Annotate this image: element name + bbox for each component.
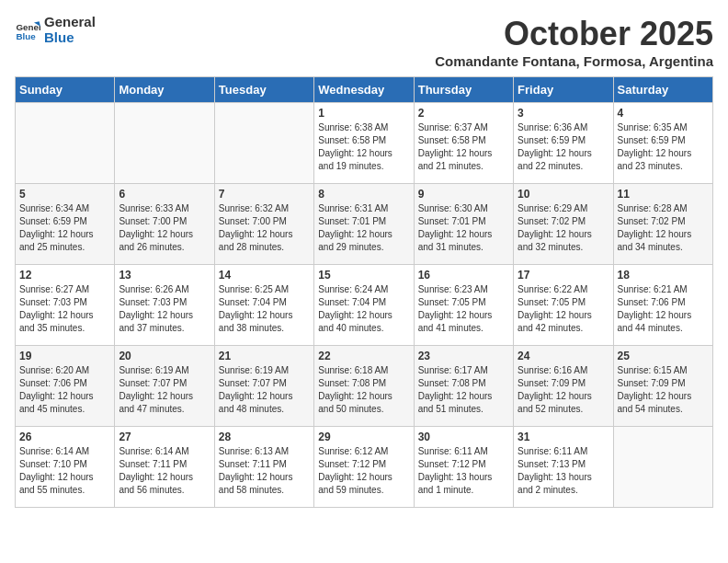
day-number: 26 [19,431,110,443]
logo: General Blue General Blue [15,15,96,45]
day-number: 5 [19,188,110,201]
day-number: 21 [219,350,310,362]
day-info: Sunrise: 6:11 AM Sunset: 7:12 PM Dayligh… [418,445,509,497]
calendar-cell: 1Sunrise: 6:38 AM Sunset: 6:58 PM Daylig… [314,103,414,184]
day-info: Sunrise: 6:21 AM Sunset: 7:06 PM Dayligh… [618,283,709,335]
day-info: Sunrise: 6:30 AM Sunset: 7:01 PM Dayligh… [418,202,509,254]
calendar-cell: 30Sunrise: 6:11 AM Sunset: 7:12 PM Dayli… [414,427,513,508]
day-number: 18 [618,269,709,282]
calendar-cell: 17Sunrise: 6:22 AM Sunset: 7:05 PM Dayli… [514,265,613,346]
calendar-week-1: 1Sunrise: 6:38 AM Sunset: 6:58 PM Daylig… [16,103,713,184]
day-info: Sunrise: 6:28 AM Sunset: 7:02 PM Dayligh… [618,202,709,254]
day-info: Sunrise: 6:22 AM Sunset: 7:05 PM Dayligh… [518,283,609,335]
calendar-cell: 20Sunrise: 6:19 AM Sunset: 7:07 PM Dayli… [115,346,214,427]
calendar-cell: 10Sunrise: 6:29 AM Sunset: 7:02 PM Dayli… [514,184,613,265]
day-info: Sunrise: 6:16 AM Sunset: 7:09 PM Dayligh… [518,364,609,416]
calendar-cell: 6Sunrise: 6:33 AM Sunset: 7:00 PM Daylig… [115,184,214,265]
calendar-cell: 2Sunrise: 6:37 AM Sunset: 6:58 PM Daylig… [414,103,513,184]
calendar-cell: 31Sunrise: 6:11 AM Sunset: 7:13 PM Dayli… [514,427,613,508]
day-info: Sunrise: 6:15 AM Sunset: 7:09 PM Dayligh… [618,364,709,416]
day-info: Sunrise: 6:11 AM Sunset: 7:13 PM Dayligh… [518,445,609,497]
calendar-cell: 7Sunrise: 6:32 AM Sunset: 7:00 PM Daylig… [214,184,313,265]
calendar-week-2: 5Sunrise: 6:34 AM Sunset: 6:59 PM Daylig… [16,184,713,265]
day-info: Sunrise: 6:35 AM Sunset: 6:59 PM Dayligh… [618,121,709,173]
calendar-cell: 24Sunrise: 6:16 AM Sunset: 7:09 PM Dayli… [514,346,613,427]
weekday-header-monday: Monday [115,77,214,103]
day-number: 6 [119,188,210,201]
calendar-cell: 12Sunrise: 6:27 AM Sunset: 7:03 PM Dayli… [16,265,115,346]
calendar-cell: 29Sunrise: 6:12 AM Sunset: 7:12 PM Dayli… [314,427,414,508]
calendar-cell: 23Sunrise: 6:17 AM Sunset: 7:08 PM Dayli… [414,346,513,427]
day-info: Sunrise: 6:34 AM Sunset: 6:59 PM Dayligh… [19,202,110,254]
calendar-week-4: 19Sunrise: 6:20 AM Sunset: 7:06 PM Dayli… [16,346,713,427]
day-number: 1 [318,107,409,120]
weekday-header-row: SundayMondayTuesdayWednesdayThursdayFrid… [16,77,713,103]
calendar-cell: 8Sunrise: 6:31 AM Sunset: 7:01 PM Daylig… [314,184,414,265]
calendar-cell: 15Sunrise: 6:24 AM Sunset: 7:04 PM Dayli… [314,265,414,346]
month-title: October 2025 [435,15,713,53]
day-number: 7 [219,188,310,201]
day-number: 10 [518,188,609,201]
weekday-header-tuesday: Tuesday [214,77,313,103]
day-number: 29 [318,431,409,443]
header: General Blue General Blue October 2025 C… [15,15,713,69]
day-number: 17 [518,269,609,282]
day-info: Sunrise: 6:26 AM Sunset: 7:03 PM Dayligh… [119,283,210,335]
day-info: Sunrise: 6:13 AM Sunset: 7:11 PM Dayligh… [219,445,310,497]
day-number: 4 [618,107,709,120]
calendar-header: SundayMondayTuesdayWednesdayThursdayFrid… [16,77,713,103]
day-number: 19 [19,350,110,362]
calendar-cell: 22Sunrise: 6:18 AM Sunset: 7:08 PM Dayli… [314,346,414,427]
calendar-cell: 4Sunrise: 6:35 AM Sunset: 6:59 PM Daylig… [613,103,712,184]
day-info: Sunrise: 6:32 AM Sunset: 7:00 PM Dayligh… [219,202,310,254]
day-info: Sunrise: 6:14 AM Sunset: 7:11 PM Dayligh… [119,445,210,497]
day-info: Sunrise: 6:38 AM Sunset: 6:58 PM Dayligh… [318,121,409,173]
calendar-week-3: 12Sunrise: 6:27 AM Sunset: 7:03 PM Dayli… [16,265,713,346]
calendar-cell: 26Sunrise: 6:14 AM Sunset: 7:10 PM Dayli… [16,427,115,508]
day-info: Sunrise: 6:18 AM Sunset: 7:08 PM Dayligh… [318,364,409,416]
calendar-cell: 25Sunrise: 6:15 AM Sunset: 7:09 PM Dayli… [613,346,712,427]
day-info: Sunrise: 6:12 AM Sunset: 7:12 PM Dayligh… [318,445,409,497]
calendar-week-5: 26Sunrise: 6:14 AM Sunset: 7:10 PM Dayli… [16,427,713,508]
day-number: 3 [518,107,609,120]
calendar-cell: 3Sunrise: 6:36 AM Sunset: 6:59 PM Daylig… [514,103,613,184]
calendar-cell: 9Sunrise: 6:30 AM Sunset: 7:01 PM Daylig… [414,184,513,265]
calendar-cell: 5Sunrise: 6:34 AM Sunset: 6:59 PM Daylig… [16,184,115,265]
day-number: 22 [318,350,409,362]
day-number: 14 [219,269,310,282]
logo-general: General [44,15,96,30]
calendar-cell: 13Sunrise: 6:26 AM Sunset: 7:03 PM Dayli… [115,265,214,346]
calendar-table: SundayMondayTuesdayWednesdayThursdayFrid… [15,76,713,508]
day-info: Sunrise: 6:14 AM Sunset: 7:10 PM Dayligh… [19,445,110,497]
day-number: 31 [518,431,609,443]
calendar-cell: 21Sunrise: 6:19 AM Sunset: 7:07 PM Dayli… [214,346,313,427]
logo-blue: Blue [44,30,96,46]
day-info: Sunrise: 6:19 AM Sunset: 7:07 PM Dayligh… [119,364,210,416]
calendar-cell [613,427,712,508]
day-info: Sunrise: 6:23 AM Sunset: 7:05 PM Dayligh… [418,283,509,335]
day-info: Sunrise: 6:20 AM Sunset: 7:06 PM Dayligh… [19,364,110,416]
weekday-header-saturday: Saturday [613,77,712,103]
calendar-cell: 19Sunrise: 6:20 AM Sunset: 7:06 PM Dayli… [16,346,115,427]
title-block: October 2025 Comandante Fontana, Formosa… [435,15,713,69]
calendar-cell: 28Sunrise: 6:13 AM Sunset: 7:11 PM Dayli… [214,427,313,508]
day-info: Sunrise: 6:37 AM Sunset: 6:58 PM Dayligh… [418,121,509,173]
day-number: 11 [618,188,709,201]
calendar-cell [214,103,313,184]
day-info: Sunrise: 6:17 AM Sunset: 7:08 PM Dayligh… [418,364,509,416]
calendar-cell: 18Sunrise: 6:21 AM Sunset: 7:06 PM Dayli… [613,265,712,346]
calendar-cell: 16Sunrise: 6:23 AM Sunset: 7:05 PM Dayli… [414,265,513,346]
day-number: 8 [318,188,409,201]
day-number: 15 [318,269,409,282]
day-number: 20 [119,350,210,362]
day-number: 9 [418,188,509,201]
calendar-cell: 27Sunrise: 6:14 AM Sunset: 7:11 PM Dayli… [115,427,214,508]
day-info: Sunrise: 6:27 AM Sunset: 7:03 PM Dayligh… [19,283,110,335]
weekday-header-sunday: Sunday [16,77,115,103]
calendar-cell: 11Sunrise: 6:28 AM Sunset: 7:02 PM Dayli… [613,184,712,265]
day-info: Sunrise: 6:19 AM Sunset: 7:07 PM Dayligh… [219,364,310,416]
calendar-cell [16,103,115,184]
day-info: Sunrise: 6:33 AM Sunset: 7:00 PM Dayligh… [119,202,210,254]
calendar-cell [115,103,214,184]
day-number: 16 [418,269,509,282]
